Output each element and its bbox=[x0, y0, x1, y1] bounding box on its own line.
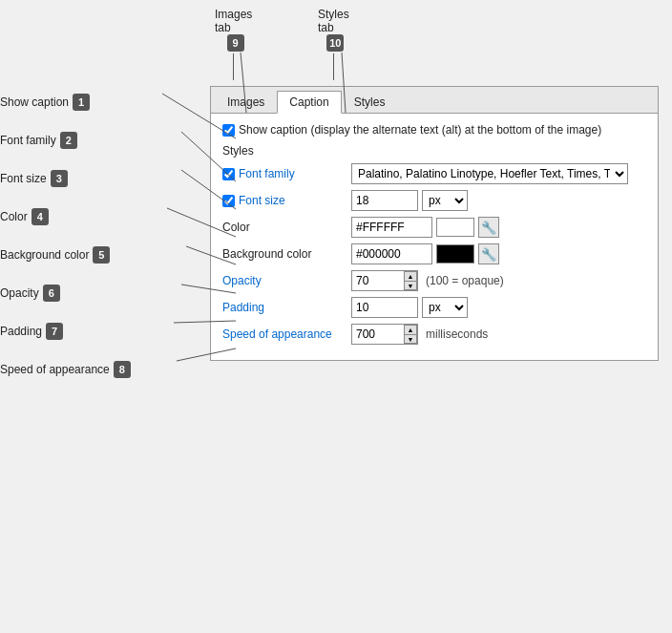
opacity-note: (100 = opaque) bbox=[426, 274, 504, 287]
font-size-checkbox[interactable] bbox=[222, 195, 235, 207]
background-color-hex-input[interactable] bbox=[351, 243, 432, 264]
badge-10: 10 bbox=[326, 34, 344, 52]
padding-label: Padding bbox=[222, 301, 351, 314]
speed-down-arrow[interactable]: ▼ bbox=[404, 334, 417, 344]
font-size-controls: px bbox=[351, 190, 646, 211]
label-speed: Speed of appearance 8 bbox=[0, 361, 131, 378]
background-color-preview[interactable] bbox=[436, 244, 474, 264]
tab-images[interactable]: Images bbox=[215, 91, 277, 113]
opacity-down-arrow[interactable]: ▼ bbox=[404, 281, 417, 290]
opacity-arrows: ▲ ▼ bbox=[404, 271, 417, 290]
show-caption-row: Show caption (display the alternate text… bbox=[222, 123, 646, 137]
color-controls: 🔧 bbox=[351, 217, 646, 238]
color-picker-button[interactable]: 🔧 bbox=[478, 217, 499, 238]
label-padding: Padding 7 bbox=[0, 323, 63, 340]
badge-7: 7 bbox=[46, 323, 63, 340]
label-color: Color 4 bbox=[0, 208, 49, 225]
color-hex-input[interactable] bbox=[351, 217, 432, 238]
speed-unit: milliseconds bbox=[426, 327, 488, 341]
opacity-spinner: ▲ ▼ bbox=[351, 270, 418, 291]
row-color: Color 🔧 bbox=[222, 217, 646, 238]
font-family-controls: Palatino, Palatino Linotype, Hoefler Tex… bbox=[351, 163, 646, 184]
badge-4: 4 bbox=[32, 208, 49, 225]
label-font-size: Font size 3 bbox=[0, 170, 68, 187]
speed-label: Speed of appearance bbox=[222, 327, 351, 341]
padding-input[interactable] bbox=[351, 297, 418, 318]
images-tab-label: Images tab 9 bbox=[215, 8, 252, 80]
label-opacity: Opacity 6 bbox=[0, 285, 60, 302]
row-font-size: Font size px bbox=[222, 190, 646, 211]
font-size-label: Font size bbox=[222, 194, 351, 207]
badge-8: 8 bbox=[114, 361, 131, 378]
tab-styles[interactable]: Styles bbox=[342, 91, 398, 113]
row-opacity: Opacity ▲ ▼ (100 = opaque) bbox=[222, 270, 646, 291]
badge-2: 2 bbox=[60, 132, 77, 149]
styles-tab-label: Styles tab 10 bbox=[318, 8, 349, 80]
badge-5: 5 bbox=[93, 246, 110, 264]
padding-unit-select[interactable]: px bbox=[422, 297, 468, 318]
panel-content: Show caption (display the alternate text… bbox=[211, 114, 658, 360]
main-panel: Images Caption Styles Show caption (disp… bbox=[210, 86, 659, 361]
background-color-controls: 🔧 bbox=[351, 243, 646, 264]
background-color-label: Background color bbox=[222, 247, 351, 261]
badge-1: 1 bbox=[73, 94, 90, 111]
show-caption-label[interactable]: Show caption (display the alternate text… bbox=[222, 123, 646, 137]
opacity-label: Opacity bbox=[222, 274, 351, 287]
speed-up-arrow[interactable]: ▲ bbox=[404, 325, 417, 334]
font-family-label: Font family bbox=[222, 167, 351, 180]
tab-caption[interactable]: Caption bbox=[277, 91, 341, 114]
row-background-color: Background color 🔧 bbox=[222, 243, 646, 264]
badge-6: 6 bbox=[43, 285, 60, 302]
styles-section-header: Styles bbox=[222, 144, 646, 158]
label-font-family: Font family 2 bbox=[0, 132, 77, 149]
badge-3: 3 bbox=[51, 170, 68, 187]
opacity-up-arrow[interactable]: ▲ bbox=[404, 271, 417, 281]
row-speed: Speed of appearance ▲ ▼ milliseconds bbox=[222, 324, 646, 345]
font-size-input[interactable] bbox=[351, 190, 418, 211]
speed-controls: ▲ ▼ milliseconds bbox=[351, 324, 646, 345]
tab-bar: Images Caption Styles bbox=[211, 87, 658, 114]
speed-arrows: ▲ ▼ bbox=[404, 325, 417, 344]
badge-9: 9 bbox=[227, 34, 244, 52]
padding-controls: px bbox=[351, 297, 646, 318]
speed-spinner: ▲ ▼ bbox=[351, 324, 418, 345]
font-family-checkbox[interactable] bbox=[222, 168, 235, 180]
label-show-caption: Show caption 1 bbox=[0, 94, 90, 111]
font-size-unit-select[interactable]: px bbox=[422, 190, 468, 211]
font-family-select[interactable]: Palatino, Palatino Linotype, Hoefler Tex… bbox=[351, 163, 628, 184]
row-font-family: Font family Palatino, Palatino Linotype,… bbox=[222, 163, 646, 184]
opacity-controls: ▲ ▼ (100 = opaque) bbox=[351, 270, 646, 291]
row-padding: Padding px bbox=[222, 297, 646, 318]
background-color-picker-button[interactable]: 🔧 bbox=[478, 243, 499, 264]
show-caption-checkbox[interactable] bbox=[222, 124, 235, 137]
color-preview[interactable] bbox=[436, 218, 474, 237]
color-label: Color bbox=[222, 221, 351, 234]
label-background-color: Background color 5 bbox=[0, 246, 110, 264]
